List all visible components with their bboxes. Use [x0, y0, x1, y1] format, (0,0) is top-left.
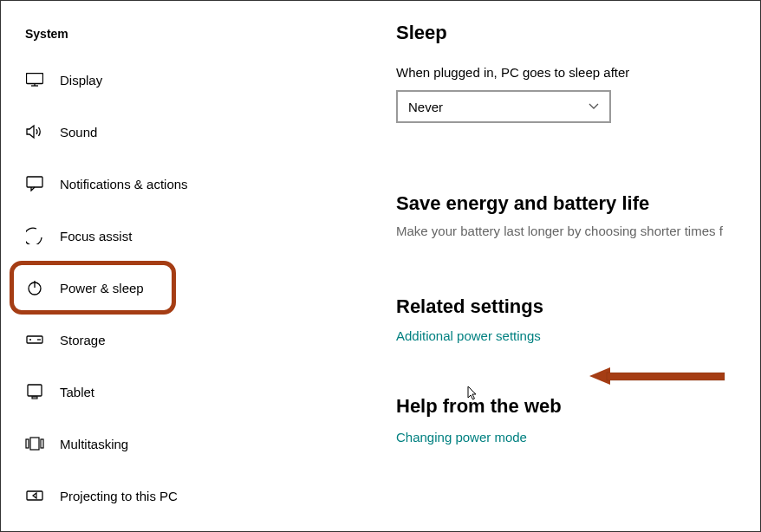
- main-panel: Sleep When plugged in, PC goes to sleep …: [365, 1, 760, 531]
- sidebar-item-sound[interactable]: Sound: [1, 110, 365, 153]
- sidebar-item-label: Notifications & actions: [60, 177, 188, 191]
- sleep-heading: Sleep: [396, 22, 760, 44]
- sidebar-item-label: Power & sleep: [60, 281, 144, 295]
- notifications-icon: [25, 174, 44, 193]
- changing-power-mode-link[interactable]: Changing power mode: [396, 430, 760, 444]
- svg-rect-11: [26, 439, 29, 448]
- storage-icon: [25, 330, 44, 349]
- sidebar-item-projecting[interactable]: Projecting to this PC: [1, 474, 365, 517]
- chevron-down-icon: [589, 103, 599, 110]
- power-icon: [25, 278, 44, 297]
- sidebar-item-label: Multitasking: [60, 437, 128, 451]
- sidebar-item-multitasking[interactable]: Multitasking: [1, 422, 365, 465]
- settings-window: System Display Sound Notifications & act…: [0, 0, 761, 532]
- focus-assist-icon: [25, 226, 44, 245]
- sound-icon: [25, 122, 44, 141]
- sidebar-item-tablet[interactable]: Tablet: [1, 370, 365, 413]
- sidebar-item-label: Display: [60, 73, 102, 88]
- sidebar-item-label: Tablet: [60, 385, 94, 399]
- sidebar-item-label: Sound: [60, 125, 97, 139]
- sidebar-nav: Display Sound Notifications & actions Fo…: [1, 58, 365, 526]
- related-settings-heading: Related settings: [396, 295, 760, 318]
- svg-rect-0: [27, 74, 43, 84]
- sidebar-item-label: Projecting to this PC: [60, 489, 178, 503]
- sidebar-item-focus-assist[interactable]: Focus assist: [1, 214, 365, 257]
- sleep-dropdown[interactable]: Never: [396, 90, 611, 123]
- svg-rect-12: [30, 438, 39, 450]
- sidebar-item-storage[interactable]: Storage: [1, 318, 365, 361]
- tablet-icon: [25, 382, 44, 401]
- projecting-icon: [25, 486, 44, 505]
- help-heading: Help from the web: [396, 395, 760, 418]
- svg-point-7: [29, 339, 31, 341]
- energy-heading: Save energy and battery life: [396, 192, 760, 215]
- svg-rect-10: [32, 397, 37, 399]
- sidebar-item-display[interactable]: Display: [1, 58, 365, 101]
- sleep-field-label: When plugged in, PC goes to sleep after: [396, 65, 760, 80]
- sidebar-item-notifications[interactable]: Notifications & actions: [1, 162, 365, 205]
- sidebar-item-label: Storage: [60, 333, 106, 347]
- sidebar-title: System: [1, 18, 365, 58]
- energy-description: Make your battery last longer by choosin…: [396, 224, 760, 238]
- additional-power-settings-link[interactable]: Additional power settings: [396, 328, 760, 343]
- svg-rect-9: [28, 385, 42, 396]
- multitasking-icon: [25, 434, 44, 453]
- sidebar: System Display Sound Notifications & act…: [1, 1, 365, 531]
- svg-rect-3: [27, 177, 42, 187]
- sidebar-item-label: Focus assist: [60, 229, 132, 243]
- svg-rect-13: [41, 439, 43, 448]
- svg-rect-14: [27, 491, 42, 500]
- sleep-dropdown-value: Never: [408, 100, 443, 114]
- display-icon: [25, 70, 44, 89]
- sidebar-item-power-sleep[interactable]: Power & sleep: [1, 266, 365, 309]
